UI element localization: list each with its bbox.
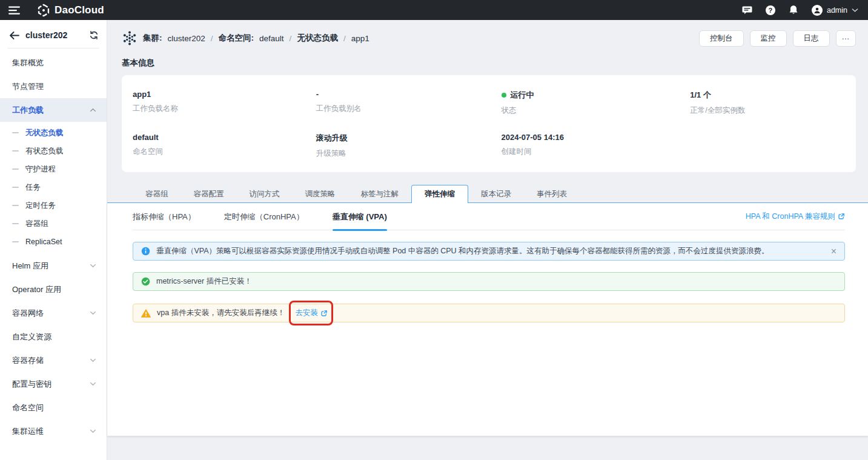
breadcrumb-namespace-label: 命名空间: — [219, 33, 254, 44]
sidebar-item-cluster-ops[interactable]: 集群运维 — [0, 419, 107, 443]
console-button[interactable]: 控制台 — [699, 30, 744, 47]
refresh-icon[interactable] — [89, 30, 99, 40]
main-content: 集群: cluster202 / 命名空间: default / 无状态负载 /… — [107, 20, 868, 460]
sidebar-item-workloads[interactable]: 工作负载 — [0, 98, 107, 122]
hamburger-menu-icon[interactable] — [8, 5, 20, 15]
cluster-name: cluster202 — [25, 30, 83, 40]
metrics-server-text: metrics-server 插件已安装！ — [156, 276, 252, 287]
external-link-icon — [838, 213, 845, 220]
basic-info-title: 基本信息 — [122, 58, 856, 68]
field-instances: 1/1 个 正常/全部实例数 — [690, 90, 845, 116]
chevron-down-icon — [90, 382, 96, 386]
subtab-cronhpa[interactable]: 定时伸缩（CronHPA） — [224, 203, 304, 230]
sidebar-item-container-network[interactable]: 容器网络 — [0, 301, 107, 325]
tab-scheduling-policy[interactable]: 调度策略 — [293, 185, 348, 203]
success-check-icon — [141, 277, 150, 286]
sidebar-item-operator-apps[interactable]: Operator 应用 — [0, 278, 107, 301]
message-icon[interactable] — [742, 5, 752, 15]
field-empty — [690, 133, 845, 159]
vpa-info-alert: 垂直伸缩（VPA）策略可以根据容器实际资源使用情况手动或自动调整 Pod 中容器… — [133, 242, 845, 261]
tab-event-list[interactable]: 事件列表 — [524, 185, 580, 203]
tree-dash — [12, 150, 19, 152]
tree-dash — [12, 241, 19, 242]
sidebar-item-daemonsets[interactable]: 守护进程 — [0, 160, 107, 178]
vpa-warning-alert: vpa 插件未安装，请先安装后再继续！ 去安装 — [133, 304, 845, 322]
subtab-vpa[interactable]: 垂直伸缩 (VPA) — [333, 203, 387, 230]
help-icon[interactable]: ? — [766, 5, 775, 15]
tab-pods[interactable]: 容器组 — [133, 185, 181, 203]
daocloud-logo-icon — [37, 4, 50, 17]
field-workload-name: app1 工作负载名称 — [133, 90, 316, 116]
breadcrumb-separator: / — [211, 34, 213, 43]
status-running-dot — [502, 93, 506, 98]
field-status: 运行中 状态 — [502, 90, 691, 116]
breadcrumb-separator: / — [343, 34, 346, 43]
monitoring-button[interactable]: 监控 — [750, 30, 787, 47]
chevron-down-icon — [90, 264, 96, 268]
more-actions-button[interactable]: ⋯ — [836, 30, 856, 47]
warning-icon — [141, 309, 151, 318]
sidebar-item-cluster-overview[interactable]: 集群概览 — [0, 51, 107, 75]
sidebar-item-replicasets[interactable]: ReplicaSet — [0, 233, 107, 251]
sidebar-item-stateful-workloads[interactable]: 有状态负载 — [0, 142, 107, 160]
sidebar-item-helm-apps[interactable]: Helm 应用 — [0, 254, 107, 278]
chevron-down-icon — [90, 311, 96, 315]
cluster-dots-icon — [122, 31, 137, 45]
sidebar-item-stateless-workloads[interactable]: 无状态负载 — [0, 124, 107, 142]
breadcrumb-separator: / — [290, 34, 292, 43]
chevron-down-icon — [90, 358, 96, 362]
topbar: DaoCloud ? admin — [0, 0, 868, 20]
tab-access-method[interactable]: 访问方式 — [237, 185, 293, 203]
sidebar-item-cronjobs[interactable]: 定时任务 — [0, 196, 107, 215]
go-install-link[interactable]: 去安装 — [295, 308, 328, 318]
elastic-scaling-panel: 指标伸缩（HPA） 定时伸缩（CronHPA） 垂直伸缩 (VPA) HPA 和… — [107, 203, 868, 436]
subtab-hpa[interactable]: 指标伸缩（HPA） — [133, 203, 196, 230]
tree-dash — [12, 132, 19, 133]
metrics-server-success-alert: metrics-server 插件已安装！ — [133, 272, 845, 291]
sidebar-item-pods[interactable]: 容器组 — [0, 215, 107, 233]
breadcrumb-cluster-value[interactable]: cluster202 — [168, 34, 205, 43]
breadcrumb-workload-type[interactable]: 无状态负载 — [297, 33, 338, 44]
breadcrumb-cluster-label: 集群: — [143, 33, 162, 44]
basic-info-card: app1 工作负载名称 - 工作负载别名 运行中 状态 1/1 个 正常/全部实… — [122, 75, 856, 172]
daocloud-logo[interactable]: DaoCloud — [37, 4, 104, 17]
sidebar-divider — [7, 48, 99, 48]
info-icon — [141, 247, 150, 256]
user-avatar — [812, 5, 823, 16]
sidebar-item-container-storage[interactable]: 容器存储 — [0, 348, 107, 372]
vpa-info-text: 垂直伸缩（VPA）策略可以根据容器实际资源使用情况手动或自动调整 Pod 中容器… — [156, 246, 769, 256]
field-upgrade-strategy: 滚动升级 升级策略 — [316, 133, 502, 159]
detail-tabs: 容器组 容器配置 访问方式 调度策略 标签与注解 弹性伸缩 版本记录 事件列表 — [122, 185, 856, 203]
tree-dash — [12, 168, 19, 170]
back-arrow-icon[interactable] — [9, 31, 19, 40]
user-name: admin — [827, 6, 847, 15]
breadcrumb-namespace-value[interactable]: default — [259, 34, 284, 43]
tab-container-config[interactable]: 容器配置 — [181, 185, 237, 203]
sidebar-item-node-management[interactable]: 节点管理 — [0, 75, 107, 98]
tab-version-history[interactable]: 版本记录 — [468, 185, 524, 203]
hpa-cronhpa-rules-link[interactable]: HPA 和 CronHPA 兼容规则 — [746, 212, 845, 222]
tree-dash — [12, 223, 19, 224]
tree-dash — [12, 187, 19, 188]
breadcrumb-workload-name: app1 — [351, 34, 369, 43]
tab-labels-annotations[interactable]: 标签与注解 — [348, 185, 412, 203]
close-icon[interactable]: × — [831, 247, 837, 256]
external-link-icon — [320, 310, 328, 317]
workloads-submenu: 无状态负载 有状态负载 守护进程 任务 定时任务 — [0, 122, 107, 254]
sidebar-item-custom-resources[interactable]: 自定义资源 — [0, 325, 107, 348]
field-created-time: 2024-07-05 14:16 创建时间 — [502, 133, 691, 159]
vpa-warning-text: vpa 插件未安装，请先安装后再继续！ — [157, 308, 285, 318]
scaling-subtabs: 指标伸缩（HPA） 定时伸缩（CronHPA） 垂直伸缩 (VPA) HPA 和… — [133, 203, 845, 230]
sidebar-item-config-secrets[interactable]: 配置与密钥 — [0, 372, 107, 396]
sidebar-nav: 集群概览 节点管理 工作负载 无状态负载 有状态负载 — [0, 51, 107, 443]
tree-dash — [12, 205, 19, 206]
tab-elastic-scaling[interactable]: 弹性伸缩 — [411, 185, 468, 203]
brand-name: DaoCloud — [55, 4, 104, 16]
notification-bell-icon[interactable] — [789, 5, 798, 15]
cluster-sidebar: cluster202 集群概览 节点管理 工作负载 无状态 — [0, 20, 107, 460]
status-badge: 运行中 — [511, 90, 534, 101]
user-menu[interactable]: admin — [812, 5, 858, 16]
sidebar-item-jobs[interactable]: 任务 — [0, 178, 107, 196]
sidebar-item-namespaces[interactable]: 命名空间 — [0, 396, 107, 419]
logs-button[interactable]: 日志 — [793, 30, 830, 47]
